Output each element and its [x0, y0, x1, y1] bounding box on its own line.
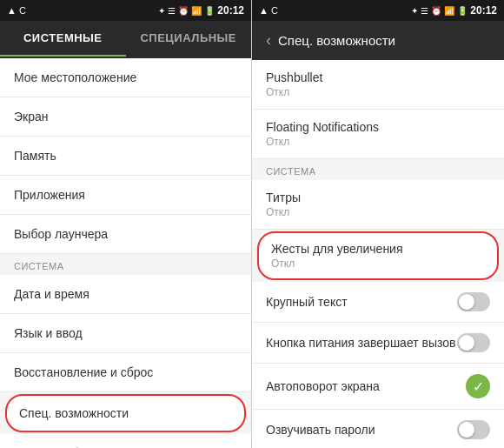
- setting-powerbutton[interactable]: Кнопка питания завершает вызов: [252, 323, 504, 364]
- setting-captions[interactable]: Титры Откл: [252, 180, 504, 230]
- battery-icon: 🔋: [204, 6, 215, 16]
- menu-item-screen[interactable]: Экран: [0, 97, 251, 137]
- c-icon-right: C: [271, 5, 278, 16]
- setting-bigtext[interactable]: Крупный текст: [252, 282, 504, 323]
- setting-powerbutton-title: Кнопка питания завершает вызов: [266, 336, 457, 350]
- setting-pushbullet-title: Pushbullet: [266, 70, 490, 84]
- setting-captions-title: Титры: [266, 191, 490, 204]
- header-title: Спец. возможности: [278, 33, 395, 48]
- setting-floating-subtitle: Откл: [266, 136, 490, 148]
- time-right: 20:12: [470, 4, 497, 17]
- setting-floating-title: Floating Notifications: [266, 120, 490, 134]
- time-left: 20:12: [217, 4, 244, 17]
- bluetooth-icon-r: ✦: [411, 6, 418, 16]
- notification-icon-r: ☰: [421, 6, 428, 16]
- menu-item-location[interactable]: Мое местоположение: [0, 58, 251, 97]
- status-icons-left: ▲ C: [7, 5, 26, 16]
- wifi-icon-r: 📶: [444, 6, 454, 16]
- tab-bar: СИСТЕМНЫЕ СПЕЦИАЛЬНЫЕ: [0, 21, 251, 58]
- notification-icon: ☰: [168, 6, 176, 16]
- bluetooth-icon: ✦: [158, 6, 165, 16]
- setting-passwords-title: Озвучивать пароли: [266, 423, 457, 437]
- right-panel: ▲ C ✦ ☰ ⏰ 📶 🔋 20:12 ‹ Спец. возможности …: [252, 0, 504, 448]
- setting-gestures-text: Жесты для увеличения Откл: [271, 242, 485, 270]
- left-panel: ▲ C ✦ ☰ ⏰ 📶 🔋 20:12 СИСТЕМНЫЕ СПЕЦИАЛЬНЫ…: [0, 0, 252, 448]
- menu-item-developer[interactable]: Для разработчиков: [0, 434, 251, 448]
- menu-item-accessibility[interactable]: Спец. возможности: [5, 394, 246, 432]
- setting-pushbullet-subtitle: Откл: [266, 86, 490, 98]
- setting-pushbullet-text: Pushbullet Откл: [266, 70, 490, 98]
- triangle-icon-right: ▲: [259, 5, 269, 16]
- c-icon: C: [19, 5, 26, 16]
- alarm-icon-r: ⏰: [431, 6, 441, 16]
- setting-gestures-title: Жесты для увеличения: [271, 242, 485, 256]
- toggle-powerbutton[interactable]: [457, 333, 490, 352]
- setting-powerbutton-text: Кнопка питания завершает вызов: [266, 336, 457, 350]
- toggle-bigtext[interactable]: [457, 292, 490, 311]
- menu-item-language[interactable]: Язык и ввод: [0, 314, 251, 353]
- header-bar: ‹ Спец. возможности: [252, 21, 504, 60]
- triangle-icon: ▲: [7, 5, 17, 16]
- setting-captions-subtitle: Откл: [266, 206, 490, 218]
- menu-item-restore[interactable]: Восстановление и сброс: [0, 353, 251, 392]
- back-button[interactable]: ‹: [266, 31, 271, 50]
- menu-item-memory[interactable]: Память: [0, 137, 251, 176]
- setting-floating[interactable]: Floating Notifications Откл: [252, 110, 504, 159]
- setting-passwords[interactable]: Озвучивать пароли: [252, 410, 504, 448]
- setting-gestures-subtitle: Откл: [271, 257, 485, 270]
- wifi-icon: 📶: [191, 6, 202, 16]
- status-icons-right-left: ✦ ☰ ⏰ 📶 🔋 20:12: [158, 4, 244, 17]
- status-icons-right-right: ✦ ☰ ⏰ 📶 🔋 20:12: [411, 4, 497, 17]
- system-section-label: СИСТЕМА: [0, 254, 251, 275]
- setting-captions-text: Титры Откл: [266, 191, 490, 218]
- status-icons-right-left: ▲ C: [259, 5, 278, 16]
- settings-list: Pushbullet Откл Floating Notifications О…: [252, 60, 504, 448]
- setting-bigtext-title: Крупный текст: [266, 295, 457, 309]
- tab-special[interactable]: СПЕЦИАЛЬНЫЕ: [126, 21, 252, 57]
- menu-item-apps[interactable]: Приложения: [0, 176, 251, 215]
- menu-item-datetime[interactable]: Дата и время: [0, 275, 251, 314]
- status-bar-left: ▲ C ✦ ☰ ⏰ 📶 🔋 20:12: [0, 0, 251, 21]
- setting-autorotate-text: Автоповорот экрана: [266, 379, 466, 393]
- setting-pushbullet[interactable]: Pushbullet Откл: [252, 60, 504, 110]
- check-autorotate[interactable]: ✓: [466, 374, 490, 398]
- battery-icon-r: 🔋: [457, 6, 468, 16]
- menu-list: Мое местоположение Экран Память Приложен…: [0, 58, 251, 448]
- setting-autorotate[interactable]: Автоповорот экрана ✓: [252, 364, 504, 410]
- menu-item-launcher[interactable]: Выбор лаунчера: [0, 215, 251, 254]
- system-section-right: СИСТЕМА: [252, 159, 504, 180]
- setting-gestures[interactable]: Жесты для увеличения Откл: [257, 231, 499, 280]
- alarm-icon: ⏰: [178, 6, 189, 16]
- toggle-passwords[interactable]: [457, 420, 490, 439]
- setting-bigtext-text: Крупный текст: [266, 295, 457, 309]
- status-bar-right: ▲ C ✦ ☰ ⏰ 📶 🔋 20:12: [252, 0, 504, 21]
- setting-passwords-text: Озвучивать пароли: [266, 423, 457, 437]
- tab-system[interactable]: СИСТЕМНЫЕ: [0, 21, 126, 57]
- setting-autorotate-title: Автоповорот экрана: [266, 379, 466, 393]
- setting-floating-text: Floating Notifications Откл: [266, 120, 490, 148]
